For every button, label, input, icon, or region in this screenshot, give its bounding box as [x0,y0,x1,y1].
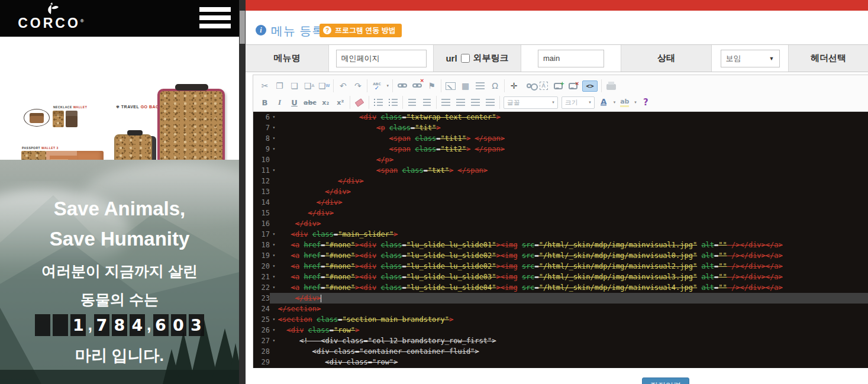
text-color-icon[interactable]: A [598,97,609,108]
code-line-24[interactable]: 24</section> [253,304,868,314]
code-fold-icon[interactable]: ▾ [270,261,278,272]
code-line-11[interactable]: 11▾ <span class="txt"> </span> [253,165,868,176]
code-line-29[interactable]: 29 <div class="row"> [253,357,868,367]
code-line-27[interactable]: 27▾ <!-- <div class="col-12 brandstory_r… [253,335,868,346]
find-replace-icon[interactable] [523,80,534,92]
code-line-15[interactable]: 15 </div> [253,208,868,218]
bold-icon[interactable]: B [259,97,270,108]
code-line-18[interactable]: 18▾ <a href="#none"><div class="lu_slide… [253,240,868,250]
preview-scrollbar[interactable] [239,0,246,384]
code-line-28[interactable]: 28 <div class="container container-fluid… [253,346,868,357]
strikethrough-icon[interactable]: abc [304,97,317,108]
link-icon[interactable] [396,80,408,92]
code-line-14[interactable]: 14 </div> [253,197,868,208]
select-all-icon[interactable]: A [538,80,549,92]
code-line-25[interactable]: 25▾<section class="section-main-brandsto… [253,314,868,325]
print-icon[interactable] [605,80,617,92]
special-char-icon[interactable]: Ω [489,80,501,92]
add-comment-icon[interactable]: + [553,80,564,92]
paste-word-icon[interactable]: ❏W [318,80,330,92]
unlink-icon[interactable]: × [411,80,422,92]
align-right-icon[interactable] [470,97,481,108]
code-line-9[interactable]: 9▾ <span class="tit2"> </span> [253,144,868,154]
code-fold-icon[interactable]: ▾ [270,112,278,122]
code-line-20[interactable]: 20▾ <a href="#none"><div class="lu_slide… [253,261,868,272]
code-line-30[interactable]: 30 <div class="col-12 col-xl-7 brandstor… [253,367,868,368]
align-center-icon[interactable] [455,97,466,108]
code-text: </div> [278,218,868,229]
scrollbar-thumb[interactable] [240,11,245,44]
code-fold-icon[interactable]: ▾ [270,272,278,282]
code-line-26[interactable]: 26▾ <div class="row"> [253,325,868,335]
code-fold-icon[interactable]: ▾ [270,229,278,240]
status-select[interactable]: 보임 ▼ [721,50,780,67]
code-fold-icon[interactable]: ▾ [270,335,278,346]
align-left-icon[interactable] [440,97,451,108]
code-line-13[interactable]: 13 </div> [253,186,868,197]
code-fold-icon[interactable]: ▾ [270,314,278,325]
maximize-icon[interactable]: ✛ [508,80,519,92]
code-line-8[interactable]: 8▾ <span class="tit1"> </span> [253,133,868,144]
code-line-23[interactable]: 23 </div> [253,293,868,304]
external-link-checkbox[interactable] [461,54,470,63]
code-line-21[interactable]: 21▾ <a href="#none"><div class="lu_slide… [253,272,868,282]
code-line-19[interactable]: 19▾ <a href="#none"><div class="lu_slide… [253,250,868,261]
counter-suffix: 마리 입니다. [0,345,239,366]
code-fold-spacer [270,154,278,165]
code-line-22[interactable]: 22▾ <a href="#none"><div class="lu_slide… [253,282,868,293]
undo-icon[interactable]: ↶ [337,80,349,92]
program-link-help-button[interactable]: ? 프로그램 연동 방법 [320,24,402,37]
subscript-icon[interactable]: x₂ [320,97,331,108]
italic-icon[interactable]: I [274,97,285,108]
code-line-6[interactable]: 6▾ <div class="txtwrap text-center"> [253,112,868,122]
remove-format-icon[interactable] [354,97,365,108]
code-line-12[interactable]: 12 </div> [253,176,868,186]
code-fold-icon[interactable]: ▾ [270,282,278,293]
code-fold-icon[interactable]: ▾ [270,240,278,250]
redo-icon[interactable]: ↷ [352,80,363,92]
code-line-17[interactable]: 17▾ <div class="main_slider"> [253,229,868,240]
indent-icon[interactable] [421,97,433,108]
code-fold-icon[interactable]: ▾ [270,144,278,154]
highlight-color-icon[interactable]: ab [619,97,630,108]
code-line-16[interactable]: 16 </div> [253,218,868,229]
code-fold-icon[interactable]: ▾ [270,122,278,133]
font-family-dropdown[interactable]: 글꼴▾ [504,96,558,109]
highlight-caret-icon[interactable]: ▾ [634,100,637,105]
code-line-7[interactable]: 7▾ <p class="tit"> [253,122,868,133]
bullet-list-icon[interactable] [388,97,399,108]
align-justify-icon[interactable] [485,97,496,108]
code-fold-icon[interactable]: ▾ [270,250,278,261]
remove-comment-icon[interactable]: × [567,80,579,92]
image-icon[interactable] [445,80,456,92]
horizontal-line-icon[interactable] [475,80,486,92]
anchor-flag-icon[interactable]: ⚑ [426,80,437,92]
copy-icon[interactable]: ❐ [274,80,285,92]
hamburger-menu-icon[interactable] [199,7,231,30]
brand-logo[interactable]: CORCO® [15,2,86,34]
spellcheck-caret-icon[interactable]: ▾ [386,83,389,88]
code-fold-icon[interactable]: ▾ [270,325,278,335]
paste-icon[interactable]: ❏ [289,80,300,92]
code-line-10[interactable]: 10 </p> [253,154,868,165]
code-fold-icon[interactable]: ▾ [270,133,278,144]
product-carousel-slide[interactable]: NECKLACE WALLET ✾ TRAVEL GO BAG PASSPORT… [0,37,239,160]
menu-name-input[interactable] [336,50,427,67]
underline-icon[interactable]: U [289,97,300,108]
font-size-dropdown[interactable]: 크기▾ [562,96,595,109]
outdent-icon[interactable] [406,97,418,108]
status-label: 상태 [621,45,712,72]
superscript-icon[interactable]: x² [335,97,346,108]
text-color-caret-icon[interactable]: ▾ [614,100,616,105]
about-help-icon[interactable]: ? [640,97,651,108]
spellcheck-icon[interactable]: ABC ✓ [371,80,382,92]
direct-input-button[interactable]: 직접입력 [642,377,689,384]
cut-icon[interactable]: ✂ [259,80,270,92]
source-button[interactable]: <> [582,80,598,92]
paste-text-icon[interactable]: ❏A [304,80,315,92]
url-input[interactable] [538,50,604,67]
source-code-area[interactable]: 6▾ <div class="txtwrap text-center">7▾ <… [253,112,868,368]
numbered-list-icon[interactable] [373,97,384,108]
code-fold-icon[interactable]: ▾ [270,165,278,176]
table-icon[interactable]: ▦ [460,80,471,92]
